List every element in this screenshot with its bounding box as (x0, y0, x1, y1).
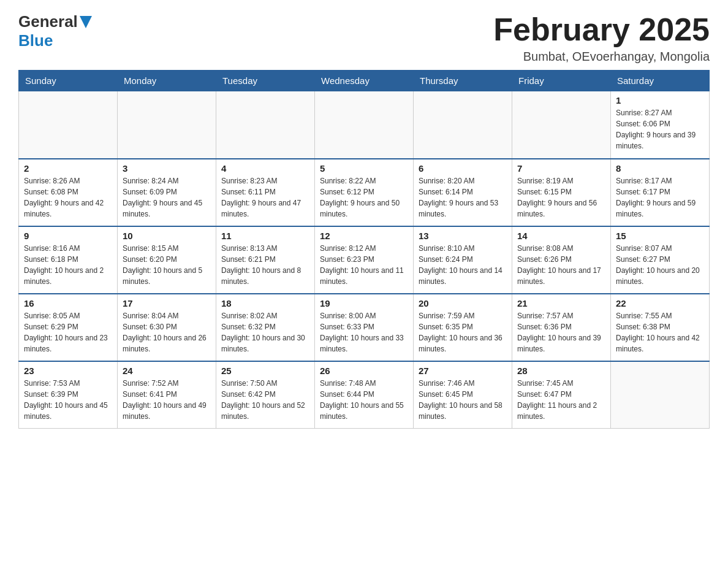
calendar-day-cell: 21Sunrise: 7:57 AM Sunset: 6:36 PM Dayli… (512, 294, 611, 361)
calendar-week-row: 1Sunrise: 8:27 AM Sunset: 6:06 PM Daylig… (19, 91, 710, 159)
day-info: Sunrise: 8:10 AM Sunset: 6:24 PM Dayligh… (419, 243, 507, 287)
day-number: 5 (320, 163, 408, 174)
calendar-week-row: 16Sunrise: 8:05 AM Sunset: 6:29 PM Dayli… (19, 294, 710, 361)
day-number: 22 (616, 298, 704, 308)
calendar-day-cell: 17Sunrise: 8:04 AM Sunset: 6:30 PM Dayli… (118, 294, 216, 361)
day-info: Sunrise: 8:27 AM Sunset: 6:06 PM Dayligh… (616, 107, 704, 151)
calendar-day-cell: 27Sunrise: 7:46 AM Sunset: 6:45 PM Dayli… (414, 361, 512, 429)
month-title: February 2025 (493, 12, 710, 47)
calendar-day-cell (315, 91, 414, 159)
day-info: Sunrise: 7:46 AM Sunset: 6:45 PM Dayligh… (419, 378, 507, 422)
calendar-table: SundayMondayTuesdayWednesdayThursdayFrid… (18, 70, 710, 429)
calendar-day-cell: 16Sunrise: 8:05 AM Sunset: 6:29 PM Dayli… (19, 294, 118, 361)
calendar-day-cell (118, 91, 216, 159)
calendar-day-cell: 19Sunrise: 8:00 AM Sunset: 6:33 PM Dayli… (315, 294, 414, 361)
calendar-day-cell: 20Sunrise: 7:59 AM Sunset: 6:35 PM Dayli… (414, 294, 512, 361)
day-number: 16 (24, 298, 112, 308)
day-number: 1 (616, 95, 704, 105)
day-number: 12 (320, 231, 408, 241)
title-block: February 2025 Bumbat, OEvoerhangay, Mong… (493, 12, 710, 64)
location-subtitle: Bumbat, OEvoerhangay, Mongolia (493, 50, 710, 64)
day-number: 14 (517, 231, 605, 241)
calendar-day-cell: 26Sunrise: 7:48 AM Sunset: 6:44 PM Dayli… (315, 361, 414, 429)
day-number: 4 (221, 163, 309, 174)
day-number: 21 (517, 298, 605, 308)
day-info: Sunrise: 7:53 AM Sunset: 6:39 PM Dayligh… (24, 378, 112, 422)
calendar-day-cell: 1Sunrise: 8:27 AM Sunset: 6:06 PM Daylig… (611, 91, 710, 159)
calendar-day-cell: 5Sunrise: 8:22 AM Sunset: 6:12 PM Daylig… (315, 159, 414, 226)
calendar-day-cell: 13Sunrise: 8:10 AM Sunset: 6:24 PM Dayli… (414, 226, 512, 294)
calendar-day-cell: 9Sunrise: 8:16 AM Sunset: 6:18 PM Daylig… (19, 226, 118, 294)
calendar-day-cell: 12Sunrise: 8:12 AM Sunset: 6:23 PM Dayli… (315, 226, 414, 294)
day-number: 20 (419, 298, 507, 308)
day-number: 11 (221, 231, 309, 241)
calendar-day-cell: 4Sunrise: 8:23 AM Sunset: 6:11 PM Daylig… (216, 159, 315, 226)
calendar-day-cell: 8Sunrise: 8:17 AM Sunset: 6:17 PM Daylig… (611, 159, 710, 226)
calendar-day-cell (19, 91, 118, 159)
day-number: 23 (24, 366, 112, 376)
calendar-day-cell: 24Sunrise: 7:52 AM Sunset: 6:41 PM Dayli… (118, 361, 216, 429)
day-info: Sunrise: 8:15 AM Sunset: 6:20 PM Dayligh… (123, 243, 211, 287)
day-info: Sunrise: 8:13 AM Sunset: 6:21 PM Dayligh… (221, 243, 309, 287)
day-number: 17 (123, 298, 211, 308)
logo: General Blue (18, 12, 92, 50)
calendar-day-cell: 22Sunrise: 7:55 AM Sunset: 6:38 PM Dayli… (611, 294, 710, 361)
day-number: 3 (123, 163, 211, 174)
page-header: General Blue February 2025 Bumbat, OEvoe… (18, 12, 710, 64)
day-number: 28 (517, 366, 605, 376)
day-info: Sunrise: 7:55 AM Sunset: 6:38 PM Dayligh… (616, 310, 704, 354)
calendar-header-row: SundayMondayTuesdayWednesdayThursdayFrid… (19, 71, 710, 91)
calendar-week-row: 2Sunrise: 8:26 AM Sunset: 6:08 PM Daylig… (19, 159, 710, 226)
day-number: 19 (320, 298, 408, 308)
day-number: 24 (123, 366, 211, 376)
day-number: 9 (24, 231, 112, 241)
calendar-day-cell: 7Sunrise: 8:19 AM Sunset: 6:15 PM Daylig… (512, 159, 611, 226)
calendar-day-cell: 10Sunrise: 8:15 AM Sunset: 6:20 PM Dayli… (118, 226, 216, 294)
calendar-day-cell: 23Sunrise: 7:53 AM Sunset: 6:39 PM Dayli… (19, 361, 118, 429)
calendar-day-cell: 2Sunrise: 8:26 AM Sunset: 6:08 PM Daylig… (19, 159, 118, 226)
day-info: Sunrise: 7:48 AM Sunset: 6:44 PM Dayligh… (320, 378, 408, 422)
day-of-week-header: Sunday (19, 71, 118, 91)
day-info: Sunrise: 8:02 AM Sunset: 6:32 PM Dayligh… (221, 310, 309, 354)
calendar-day-cell: 6Sunrise: 8:20 AM Sunset: 6:14 PM Daylig… (414, 159, 512, 226)
day-of-week-header: Saturday (611, 71, 710, 91)
day-info: Sunrise: 8:19 AM Sunset: 6:15 PM Dayligh… (517, 175, 605, 220)
calendar-day-cell (512, 91, 611, 159)
logo-triangle-icon (80, 16, 92, 28)
day-of-week-header: Tuesday (216, 71, 315, 91)
day-info: Sunrise: 8:12 AM Sunset: 6:23 PM Dayligh… (320, 243, 408, 287)
day-number: 10 (123, 231, 211, 241)
day-info: Sunrise: 8:00 AM Sunset: 6:33 PM Dayligh… (320, 310, 408, 354)
day-number: 15 (616, 231, 704, 241)
day-of-week-header: Thursday (414, 71, 512, 91)
day-number: 26 (320, 366, 408, 376)
logo-general-text: General (18, 12, 78, 31)
day-number: 18 (221, 298, 309, 308)
day-info: Sunrise: 8:26 AM Sunset: 6:08 PM Dayligh… (24, 175, 112, 220)
day-number: 8 (616, 163, 704, 174)
calendar-week-row: 9Sunrise: 8:16 AM Sunset: 6:18 PM Daylig… (19, 226, 710, 294)
day-number: 25 (221, 366, 309, 376)
day-info: Sunrise: 8:20 AM Sunset: 6:14 PM Dayligh… (419, 175, 507, 220)
day-info: Sunrise: 7:50 AM Sunset: 6:42 PM Dayligh… (221, 378, 309, 422)
calendar-day-cell: 3Sunrise: 8:24 AM Sunset: 6:09 PM Daylig… (118, 159, 216, 226)
day-number: 13 (419, 231, 507, 241)
calendar-day-cell: 25Sunrise: 7:50 AM Sunset: 6:42 PM Dayli… (216, 361, 315, 429)
day-of-week-header: Wednesday (315, 71, 414, 91)
svg-marker-0 (80, 16, 92, 28)
day-of-week-header: Friday (512, 71, 611, 91)
day-info: Sunrise: 8:05 AM Sunset: 6:29 PM Dayligh… (24, 310, 112, 354)
calendar-day-cell (216, 91, 315, 159)
day-info: Sunrise: 8:04 AM Sunset: 6:30 PM Dayligh… (123, 310, 211, 354)
calendar-day-cell: 28Sunrise: 7:45 AM Sunset: 6:47 PM Dayli… (512, 361, 611, 429)
day-of-week-header: Monday (118, 71, 216, 91)
day-number: 7 (517, 163, 605, 174)
day-number: 2 (24, 163, 112, 174)
day-info: Sunrise: 8:07 AM Sunset: 6:27 PM Dayligh… (616, 243, 704, 287)
calendar-day-cell (414, 91, 512, 159)
calendar-day-cell: 14Sunrise: 8:08 AM Sunset: 6:26 PM Dayli… (512, 226, 611, 294)
day-number: 6 (419, 163, 507, 174)
day-info: Sunrise: 8:23 AM Sunset: 6:11 PM Dayligh… (221, 175, 309, 220)
day-info: Sunrise: 8:16 AM Sunset: 6:18 PM Dayligh… (24, 243, 112, 287)
day-info: Sunrise: 8:22 AM Sunset: 6:12 PM Dayligh… (320, 175, 408, 220)
